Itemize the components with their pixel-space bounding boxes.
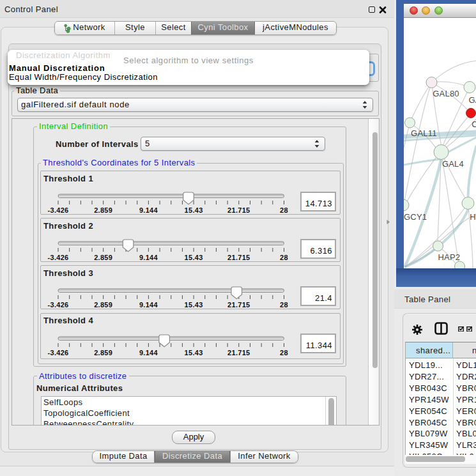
svg-text:GAL80: GAL80 bbox=[433, 89, 459, 98]
svg-text:GCY1: GCY1 bbox=[404, 212, 427, 222]
svg-text:28: 28 bbox=[280, 349, 288, 357]
svg-text:-3.426: -3.426 bbox=[48, 254, 69, 261]
svg-text:9.144: 9.144 bbox=[139, 349, 158, 357]
svg-text:2.859: 2.859 bbox=[94, 349, 112, 357]
svg-text:15.43: 15.43 bbox=[185, 349, 203, 357]
svg-text:9.144: 9.144 bbox=[139, 301, 158, 309]
svg-text:2.859: 2.859 bbox=[94, 254, 112, 261]
svg-text:21.715: 21.715 bbox=[227, 301, 250, 309]
svg-text:-3.426: -3.426 bbox=[48, 206, 69, 214]
svg-text:21.715: 21.715 bbox=[227, 254, 250, 261]
svg-text:28: 28 bbox=[280, 254, 288, 261]
svg-text:2.859: 2.859 bbox=[94, 206, 112, 214]
svg-text:GAL4: GAL4 bbox=[441, 159, 463, 169]
svg-text:HAP2: HAP2 bbox=[438, 252, 460, 262]
svg-text:28: 28 bbox=[280, 301, 288, 309]
svg-text:15.43: 15.43 bbox=[185, 206, 203, 214]
svg-text:28: 28 bbox=[280, 206, 288, 214]
svg-text:15.43: 15.43 bbox=[185, 254, 203, 261]
svg-text:GA: GA bbox=[468, 95, 476, 105]
svg-text:2.859: 2.859 bbox=[94, 301, 112, 309]
svg-text:9.144: 9.144 bbox=[139, 206, 158, 214]
svg-text:15.43: 15.43 bbox=[185, 301, 203, 309]
svg-text:H: H bbox=[470, 212, 476, 222]
svg-text:GAL11: GAL11 bbox=[411, 128, 437, 138]
svg-text:C: C bbox=[472, 119, 476, 129]
svg-text:-3.426: -3.426 bbox=[48, 301, 69, 309]
svg-text:21.715: 21.715 bbox=[227, 349, 250, 357]
svg-text:9.144: 9.144 bbox=[139, 254, 158, 261]
svg-text:-3.426: -3.426 bbox=[48, 349, 69, 357]
svg-text:21.715: 21.715 bbox=[227, 206, 250, 214]
